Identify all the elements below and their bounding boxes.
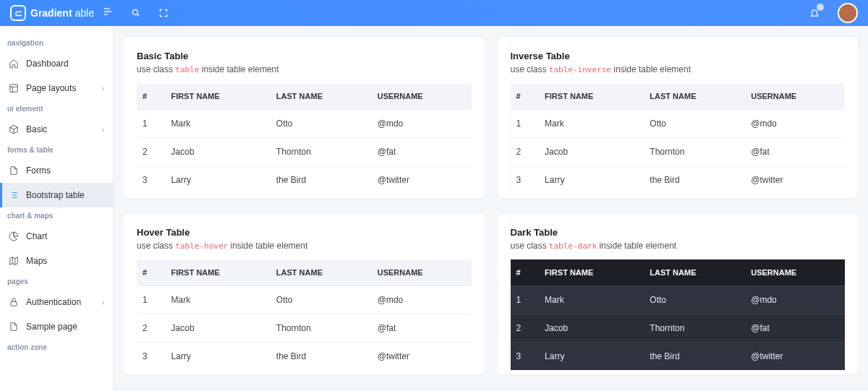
search-icon[interactable] bbox=[130, 7, 142, 19]
lock-icon bbox=[9, 297, 19, 307]
cell-num: 2 bbox=[511, 314, 540, 343]
sidebar-item-label: Basic bbox=[26, 124, 47, 134]
col-user: USERNAME bbox=[745, 259, 845, 286]
svg-point-3 bbox=[132, 9, 137, 14]
cell-first: Jacob bbox=[166, 314, 271, 343]
sidebar-item-maps[interactable]: Maps bbox=[0, 249, 113, 273]
cell-first: Mark bbox=[166, 110, 271, 138]
table-row: 3Larrythe Bird@twitter bbox=[137, 343, 472, 371]
svg-line-4 bbox=[137, 14, 140, 17]
notification-bell-icon[interactable] bbox=[809, 7, 820, 19]
cell-user: @fat bbox=[372, 314, 472, 343]
svg-rect-5 bbox=[10, 85, 18, 93]
table-row: 3Larrythe Bird@twitter bbox=[137, 166, 472, 194]
sidebar-item-chart[interactable]: Chart bbox=[0, 224, 113, 249]
cell-first: Mark bbox=[166, 286, 271, 314]
col-num: # bbox=[511, 259, 540, 286]
cell-first: Larry bbox=[539, 343, 644, 371]
data-table: #FIRST NAMELAST NAMEUSERNAME1MarkOtto@md… bbox=[511, 259, 846, 370]
cell-user: @fat bbox=[745, 138, 845, 166]
cell-last: Thornton bbox=[644, 138, 745, 166]
sidebar-item-dashboard[interactable]: Dashboard bbox=[0, 51, 113, 76]
sidebar-item-bootstrap-table[interactable]: Bootstrap table bbox=[0, 183, 113, 207]
cell-num: 2 bbox=[511, 138, 540, 166]
table-row: 1MarkOtto@mdo bbox=[511, 286, 846, 314]
list-icon bbox=[9, 190, 19, 200]
cell-first: Larry bbox=[539, 166, 644, 194]
cell-num: 3 bbox=[511, 343, 540, 371]
cell-user: @mdo bbox=[745, 110, 845, 138]
sidebar-item-label: Forms bbox=[26, 166, 51, 176]
col-first: FIRST NAME bbox=[539, 259, 644, 286]
data-table: #FIRST NAMELAST NAMEUSERNAME1MarkOtto@md… bbox=[511, 83, 846, 194]
sidebar-item-page-layouts[interactable]: Page layouts› bbox=[0, 76, 113, 100]
table-row: 2JacobThornton@fat bbox=[137, 314, 472, 343]
cell-user: @twitter bbox=[372, 343, 472, 371]
cell-last: Otto bbox=[644, 110, 745, 138]
card-hover-table: Hover Tableuse class table-hover inside … bbox=[124, 214, 485, 374]
cell-last: Otto bbox=[644, 286, 745, 314]
card-subtitle: use class table inside table element bbox=[137, 64, 472, 74]
card-dark-table: Dark Tableuse class table-dark inside ta… bbox=[498, 214, 859, 374]
card-subtitle: use class table-hover inside table eleme… bbox=[137, 241, 472, 251]
sidebar-item-basic[interactable]: Basic› bbox=[0, 117, 113, 142]
cell-num: 2 bbox=[137, 138, 166, 166]
nav-group-title: pages bbox=[0, 273, 113, 290]
nav-group-title: forms & table bbox=[0, 142, 113, 158]
cell-last: Thornton bbox=[271, 314, 372, 343]
card-title: Hover Table bbox=[137, 227, 472, 238]
nav-group-title: navigation bbox=[0, 35, 113, 51]
file-icon bbox=[9, 322, 19, 332]
brand-text: Gradient able bbox=[30, 7, 94, 19]
cell-user: @twitter bbox=[745, 343, 845, 371]
chevron-right-icon: › bbox=[102, 85, 104, 93]
cell-user: @fat bbox=[372, 138, 472, 166]
sidebar-item-authentication[interactable]: Authentication› bbox=[0, 290, 113, 314]
sidebar-item-label: Page layouts bbox=[26, 83, 76, 93]
cell-num: 3 bbox=[137, 166, 166, 194]
cell-first: Mark bbox=[539, 110, 644, 138]
table-row: 3Larrythe Bird@twitter bbox=[511, 166, 846, 194]
cell-last: the Bird bbox=[271, 343, 372, 371]
sidebar-item-forms[interactable]: Forms bbox=[0, 158, 113, 183]
cell-user: @fat bbox=[745, 314, 845, 343]
cell-user: @mdo bbox=[745, 286, 845, 314]
col-num: # bbox=[511, 83, 540, 110]
card-basic-table: Basic Tableuse class table inside table … bbox=[124, 38, 485, 198]
col-first: FIRST NAME bbox=[539, 83, 644, 110]
cell-num: 3 bbox=[511, 166, 540, 194]
card-subtitle: use class table-dark inside table elemen… bbox=[511, 241, 846, 251]
col-last: LAST NAME bbox=[644, 83, 745, 110]
col-user: USERNAME bbox=[372, 83, 472, 110]
cell-first: Jacob bbox=[539, 314, 644, 343]
chevron-right-icon: › bbox=[102, 126, 104, 134]
card-inverse-table: Inverse Tableuse class table-inverse ins… bbox=[498, 38, 859, 198]
table-row: 1MarkOtto@mdo bbox=[137, 286, 472, 314]
code-snippet: table-hover bbox=[175, 241, 228, 251]
table-row: 2JacobThornton@fat bbox=[511, 138, 846, 166]
menu-collapse-icon[interactable] bbox=[103, 6, 114, 20]
brand[interactable]: Gradient able bbox=[10, 5, 94, 21]
user-avatar[interactable] bbox=[838, 3, 858, 23]
nav-group-title: chart & maps bbox=[0, 207, 113, 224]
table-row: 2JacobThornton@fat bbox=[137, 138, 472, 166]
cell-last: the Bird bbox=[271, 166, 372, 194]
table-row: 2JacobThornton@fat bbox=[511, 314, 846, 343]
nav-group-title: action zone bbox=[0, 339, 113, 356]
brand-logo-icon bbox=[10, 5, 26, 21]
cell-first: Jacob bbox=[166, 138, 271, 166]
brand-text-bold: Gradient bbox=[30, 7, 72, 19]
cell-num: 1 bbox=[511, 286, 540, 314]
cell-last: the Bird bbox=[644, 166, 745, 194]
cell-first: Jacob bbox=[539, 138, 644, 166]
fullscreen-icon[interactable] bbox=[158, 7, 169, 19]
cell-num: 3 bbox=[137, 343, 166, 371]
cell-num: 1 bbox=[137, 110, 166, 138]
card-title: Inverse Table bbox=[511, 51, 846, 61]
box-icon bbox=[9, 124, 19, 134]
sidebar-item-sample-page[interactable]: Sample page bbox=[0, 314, 113, 339]
cell-num: 1 bbox=[137, 286, 166, 314]
cell-last: Otto bbox=[271, 110, 372, 138]
cell-user: @mdo bbox=[372, 286, 472, 314]
col-first: FIRST NAME bbox=[166, 259, 271, 286]
